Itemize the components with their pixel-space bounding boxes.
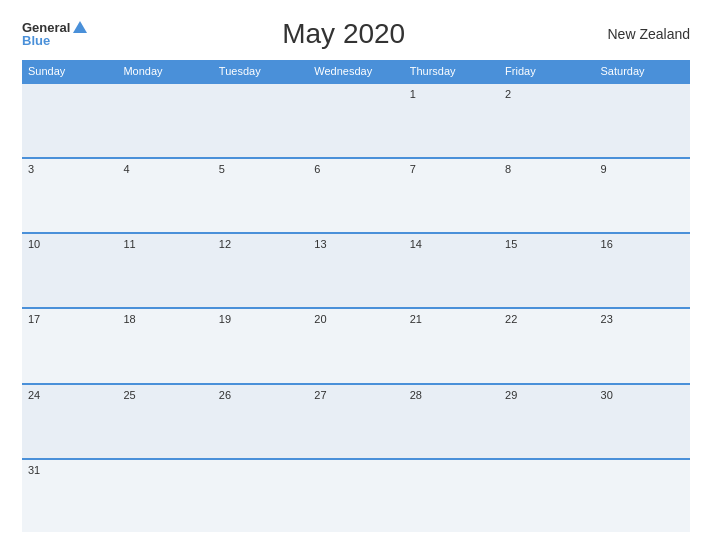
calendar-day-header: Monday	[117, 60, 212, 83]
calendar-day-cell: 27	[308, 384, 403, 459]
calendar-day-cell: 25	[117, 384, 212, 459]
calendar-empty-cell	[595, 83, 690, 158]
calendar-day-cell: 13	[308, 233, 403, 308]
calendar-day-cell: 14	[404, 233, 499, 308]
calendar-empty-cell	[117, 83, 212, 158]
calendar-day-cell: 23	[595, 308, 690, 383]
calendar-day-cell: 28	[404, 384, 499, 459]
calendar-day-cell: 7	[404, 158, 499, 233]
calendar-day-cell: 6	[308, 158, 403, 233]
calendar-day-cell: 4	[117, 158, 212, 233]
calendar-week-row: 3456789	[22, 158, 690, 233]
calendar-week-row: 10111213141516	[22, 233, 690, 308]
calendar-day-cell: 3	[22, 158, 117, 233]
calendar-day-header: Friday	[499, 60, 594, 83]
calendar-day-cell: 2	[499, 83, 594, 158]
calendar-header-row: SundayMondayTuesdayWednesdayThursdayFrid…	[22, 60, 690, 83]
calendar-day-cell: 16	[595, 233, 690, 308]
calendar-header: SundayMondayTuesdayWednesdayThursdayFrid…	[22, 60, 690, 83]
calendar-day-cell: 26	[213, 384, 308, 459]
calendar-day-header: Thursday	[404, 60, 499, 83]
country-label: New Zealand	[600, 26, 690, 42]
calendar-day-cell: 12	[213, 233, 308, 308]
calendar-day-cell: 30	[595, 384, 690, 459]
calendar-day-cell: 8	[499, 158, 594, 233]
calendar-day-cell: 10	[22, 233, 117, 308]
calendar-day-cell: 19	[213, 308, 308, 383]
calendar-day-cell: 21	[404, 308, 499, 383]
calendar-empty-cell	[117, 459, 212, 532]
calendar-body: 1234567891011121314151617181920212223242…	[22, 83, 690, 532]
calendar-day-header: Wednesday	[308, 60, 403, 83]
calendar-day-cell: 18	[117, 308, 212, 383]
calendar-day-cell: 1	[404, 83, 499, 158]
calendar-day-cell: 31	[22, 459, 117, 532]
calendar-week-row: 31	[22, 459, 690, 532]
calendar-empty-cell	[595, 459, 690, 532]
calendar-day-cell: 24	[22, 384, 117, 459]
calendar-empty-cell	[499, 459, 594, 532]
calendar-empty-cell	[404, 459, 499, 532]
calendar-title: May 2020	[87, 18, 600, 50]
calendar-day-cell: 15	[499, 233, 594, 308]
logo: General Blue	[22, 21, 87, 47]
calendar-empty-cell	[213, 459, 308, 532]
calendar-table: SundayMondayTuesdayWednesdayThursdayFrid…	[22, 60, 690, 532]
page-header: General Blue May 2020 New Zealand	[22, 18, 690, 50]
calendar-day-cell: 17	[22, 308, 117, 383]
calendar-empty-cell	[213, 83, 308, 158]
calendar-day-header: Tuesday	[213, 60, 308, 83]
calendar-week-row: 24252627282930	[22, 384, 690, 459]
calendar-day-header: Saturday	[595, 60, 690, 83]
calendar-day-cell: 11	[117, 233, 212, 308]
calendar-empty-cell	[308, 83, 403, 158]
calendar-day-cell: 9	[595, 158, 690, 233]
calendar-day-cell: 29	[499, 384, 594, 459]
calendar-day-cell: 20	[308, 308, 403, 383]
calendar-empty-cell	[308, 459, 403, 532]
calendar-week-row: 17181920212223	[22, 308, 690, 383]
calendar-empty-cell	[22, 83, 117, 158]
calendar-day-header: Sunday	[22, 60, 117, 83]
calendar-day-cell: 22	[499, 308, 594, 383]
logo-triangle-icon	[73, 21, 87, 33]
logo-blue-text: Blue	[22, 34, 87, 47]
calendar-day-cell: 5	[213, 158, 308, 233]
calendar-week-row: 12	[22, 83, 690, 158]
